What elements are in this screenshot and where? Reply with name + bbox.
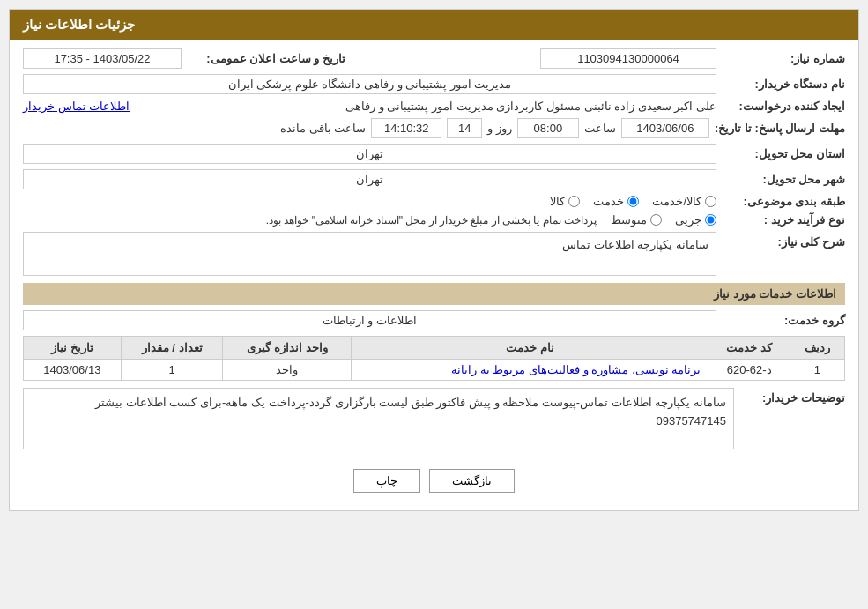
tosaif-label: توضیحات خریدار: bbox=[739, 388, 845, 405]
row-shahr: شهر محل تحویل: تهران bbox=[23, 169, 845, 189]
row-shomare-tarikh: شماره نیاز: 1103094130000064 تاریخ و ساع… bbox=[23, 48, 845, 69]
col-kod: کد خدمت bbox=[708, 337, 790, 360]
tosaif-value: سامانه یکپارچه اطلاعات تماس-پیوست ملاحظه… bbox=[23, 388, 734, 449]
ijadkonande-value: علی اکبر سعیدی زاده نائبنی مسئول کاربردا… bbox=[142, 100, 716, 113]
sharh-label: شرح کلی نیاز: bbox=[722, 232, 845, 249]
page-title: جزئیات اطلاعات نیاز bbox=[23, 17, 135, 32]
page-header: جزئیات اطلاعات نیاز bbox=[10, 10, 858, 40]
khadamat-section-header: اطلاعات خدمات مورد نیاز bbox=[23, 283, 845, 305]
baghimande-value: 14:10:32 bbox=[371, 118, 441, 138]
col-radif: ردیف bbox=[790, 337, 844, 360]
cell-tedad: 1 bbox=[121, 360, 223, 381]
date-value: 1403/06/06 bbox=[621, 118, 709, 138]
shahr-label: شهر محل تحویل: bbox=[722, 173, 845, 186]
radio-motavaset-input[interactable] bbox=[650, 214, 662, 226]
page-wrapper: جزئیات اطلاعات نیاز شماره نیاز: 11030941… bbox=[0, 0, 868, 609]
radio-jozee: جزیی bbox=[675, 213, 716, 227]
khedmat-value: اطلاعات و ارتباطات bbox=[23, 310, 716, 330]
shomare-niaz-value: 1103094130000064 bbox=[540, 48, 716, 69]
col-nam: نام خدمت bbox=[352, 337, 708, 360]
ostan-value: تهران bbox=[23, 144, 716, 164]
cell-vahed: واحد bbox=[223, 360, 352, 381]
noefar-radiogroup: جزیی متوسط bbox=[611, 213, 716, 227]
radio-khedmat-input[interactable] bbox=[627, 196, 639, 207]
radio-motavaset: متوسط bbox=[611, 213, 662, 227]
namdastgah-label: نام دستگاه خریدار: bbox=[722, 78, 845, 91]
radio-kala: کالا bbox=[550, 195, 580, 208]
noefar-desc: پرداخت تمام یا بخشی از مبلغ خریدار از مح… bbox=[266, 214, 597, 227]
noefar-label: نوع فرآیند خرید : bbox=[722, 213, 845, 227]
services-table-body: 1 د-62-620 برنامه نویسی، مشاوره و فعالیت… bbox=[24, 360, 845, 381]
services-table-header-row: ردیف کد خدمت نام خدمت واحد اندازه گیری ت… bbox=[24, 337, 845, 360]
khedmat-label: گروه خدمت: bbox=[722, 314, 845, 327]
radio-kala-khedmat-label: کالا/خدمت bbox=[652, 195, 701, 208]
radio-kala-khedmat-input[interactable] bbox=[705, 196, 716, 207]
radio-jozee-input[interactable] bbox=[705, 214, 716, 226]
services-table: ردیف کد خدمت نام خدمت واحد اندازه گیری ت… bbox=[23, 336, 845, 381]
saat-value: 08:00 bbox=[517, 118, 579, 138]
rooz-value: 14 bbox=[447, 118, 482, 138]
bazgasht-button[interactable]: بازگشت bbox=[429, 469, 515, 493]
cell-tarikh: 1403/06/13 bbox=[24, 360, 122, 381]
ijtamas-link[interactable]: اطلاعات تماس خریدار bbox=[23, 100, 130, 113]
tarikh-label: تاریخ و ساعت اعلان عمومی: bbox=[187, 52, 345, 65]
shomare-niaz-label: شماره نیاز: bbox=[722, 52, 845, 65]
saat-label: ساعت bbox=[584, 122, 616, 135]
radio-khedmat: خدمت bbox=[593, 195, 639, 208]
tabaqe-label: طبقه بندی موضوعی: bbox=[722, 195, 845, 208]
namdastgah-value: مدیریت امور پشتیبانی و رفاهی دانشگاه علو… bbox=[23, 74, 716, 94]
row-mohlatErsal: مهلت ارسال پاسخ: تا تاریخ: 1403/06/06 سا… bbox=[23, 118, 845, 138]
radio-kala-input[interactable] bbox=[568, 196, 580, 207]
col-tarikh: تاریخ نیاز bbox=[24, 337, 122, 360]
services-table-head: ردیف کد خدمت نام خدمت واحد اندازه گیری ت… bbox=[24, 337, 845, 360]
content-area: شماره نیاز: 1103094130000064 تاریخ و ساع… bbox=[10, 40, 858, 510]
chap-button[interactable]: چاپ bbox=[353, 469, 420, 493]
bottom-buttons: بازگشت چاپ bbox=[23, 458, 845, 501]
rooz-label: روز و bbox=[487, 122, 512, 135]
table-row: 1 د-62-620 برنامه نویسی، مشاوره و فعالیت… bbox=[24, 360, 845, 381]
mohlatErsal-label: مهلت ارسال پاسخ: تا تاریخ: bbox=[715, 122, 845, 135]
radio-khedmat-label: خدمت bbox=[593, 195, 624, 208]
cell-namkhedmat: برنامه نویسی، مشاوره و فعالیت‌های مربوط … bbox=[352, 360, 708, 381]
ijadkonande-label: ایجاد کننده درخواست: bbox=[722, 100, 845, 113]
cell-radif: 1 bbox=[790, 360, 844, 381]
radio-jozee-label: جزیی bbox=[675, 213, 701, 227]
radio-kala-label: کالا bbox=[550, 195, 565, 208]
shahr-value: تهران bbox=[23, 169, 716, 189]
sharh-value: سامانه یکپارچه اطلاعات تماس bbox=[23, 232, 716, 276]
tarikh-value: 1403/05/22 - 17:35 bbox=[23, 48, 182, 69]
cell-kod: د-62-620 bbox=[708, 360, 790, 381]
col-vahed: واحد اندازه گیری bbox=[223, 337, 352, 360]
col-tedad: تعداد / مقدار bbox=[121, 337, 223, 360]
ostan-label: استان محل تحویل: bbox=[722, 147, 845, 160]
row-sharh: شرح کلی نیاز: سامانه یکپارچه اطلاعات تما… bbox=[23, 232, 845, 276]
row-ostan: استان محل تحویل: تهران bbox=[23, 144, 845, 164]
baghimande-label: ساعت باقی مانده bbox=[280, 122, 366, 135]
radio-kala-khedmat: کالا/خدمت bbox=[652, 195, 716, 208]
tabaqe-radiogroup: کالا/خدمت خدمت کالا bbox=[550, 195, 716, 208]
row-ijadkonande: ایجاد کننده درخواست: علی اکبر سعیدی زاده… bbox=[23, 100, 845, 113]
row-noeFarayand: نوع فرآیند خرید : جزیی متوسط پرداخت تمام… bbox=[23, 213, 845, 227]
row-tosaif: توضیحات خریدار: سامانه یکپارچه اطلاعات ت… bbox=[23, 388, 845, 449]
row-tabaqe: طبقه بندی موضوعی: کالا/خدمت خدمت کالا bbox=[23, 195, 845, 208]
row-namdastgah: نام دستگاه خریدار: مدیریت امور پشتیبانی … bbox=[23, 74, 845, 94]
main-container: جزئیات اطلاعات نیاز شماره نیاز: 11030941… bbox=[9, 9, 859, 511]
radio-motavaset-label: متوسط bbox=[611, 213, 647, 227]
row-grouhkhedmat: گروه خدمت: اطلاعات و ارتباطات bbox=[23, 310, 845, 330]
